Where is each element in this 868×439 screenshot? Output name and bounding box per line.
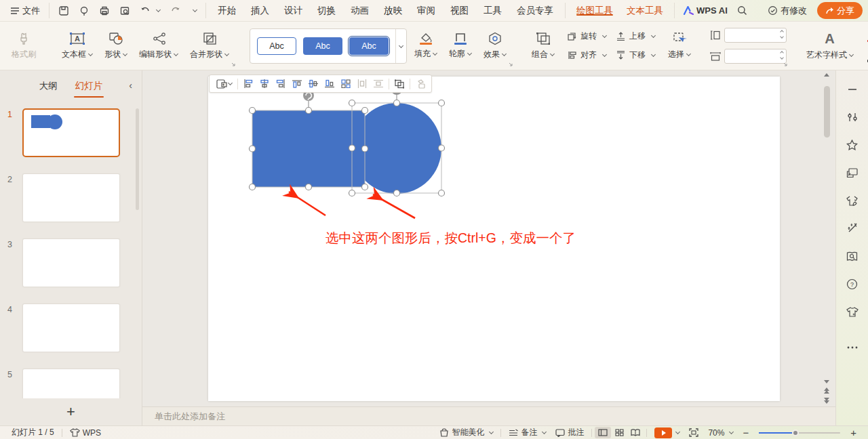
slide-3-thumb[interactable]	[22, 238, 120, 287]
smart-beautify-button[interactable]: 智能美化	[435, 427, 498, 438]
shape-style-option-3-selected[interactable]: Abc	[349, 37, 389, 55]
notes-bar[interactable]: 单击此处添加备注	[142, 406, 835, 425]
tab-text-tools[interactable]: 文本工具	[620, 5, 670, 17]
wps-skin-button[interactable]: WPS	[65, 428, 106, 438]
menu-member[interactable]: 会员专享	[509, 5, 561, 17]
align-button[interactable]: 对齐	[564, 48, 609, 62]
collapse-icon[interactable]	[846, 83, 859, 96]
normal-view-button[interactable]	[595, 427, 611, 438]
send-backward-button[interactable]: 下移	[613, 48, 658, 62]
print-preview-button[interactable]	[115, 0, 135, 22]
scroll-up-icon[interactable]	[824, 73, 829, 77]
star-icon[interactable]	[846, 138, 859, 152]
previous-slide-button[interactable]	[824, 388, 829, 394]
add-slide-button[interactable]: +	[60, 404, 82, 420]
scroll-down-icon[interactable]	[824, 380, 829, 383]
text-fill-button[interactable]: A 填充	[865, 28, 868, 44]
dialog-launcher-icon[interactable]	[509, 62, 513, 67]
wps-ai-button[interactable]: WPS AI	[679, 0, 732, 22]
slide-sorter-view-button[interactable]	[611, 427, 627, 438]
menu-design[interactable]: 设计	[277, 5, 310, 17]
zoom-slider[interactable]	[759, 432, 840, 434]
group-button[interactable]: 组合	[526, 29, 560, 63]
search-button[interactable]	[732, 0, 752, 22]
material-icon[interactable]	[846, 194, 859, 207]
text-outline-button[interactable]: A 轮廓	[865, 48, 868, 64]
scrollbar-thumb[interactable]	[824, 86, 830, 138]
zoom-out-button[interactable]: −	[738, 427, 753, 438]
menu-home[interactable]: 开始	[210, 5, 243, 17]
merge-shapes-button[interactable]: 合并形状	[184, 29, 235, 63]
smart-tools-icon[interactable]	[846, 222, 859, 235]
reading-view-button[interactable]	[627, 427, 644, 438]
slide-1-thumb[interactable]	[22, 108, 120, 157]
align-center-horizontal-button[interactable]	[256, 77, 273, 91]
tab-slides[interactable]: 幻灯片	[74, 77, 104, 95]
share-button[interactable]: 分享	[817, 2, 863, 19]
slide-4-thumb[interactable]	[22, 304, 120, 352]
notes-button[interactable]: 备注	[504, 427, 551, 438]
menu-animation[interactable]: 动画	[343, 5, 376, 17]
align-top-button[interactable]	[289, 77, 305, 91]
shapes-button[interactable]: 形状	[98, 29, 133, 63]
group-shapes-button[interactable]	[391, 77, 408, 91]
zoom-level[interactable]: 70%	[703, 428, 738, 438]
toolbar-more-button[interactable]	[186, 0, 201, 22]
shape-effects-button[interactable]: 效果	[477, 29, 512, 63]
format-shape-button[interactable]	[412, 77, 429, 91]
shape-outline-button[interactable]: 轮廓	[443, 29, 477, 63]
align-bottom-button[interactable]	[321, 77, 338, 91]
dialog-launcher-icon[interactable]	[783, 62, 788, 67]
collapse-panel-button[interactable]: ‹	[129, 80, 132, 91]
width-input[interactable]	[724, 49, 787, 64]
export-button[interactable]	[74, 0, 94, 22]
slide-5-thumb[interactable]	[22, 369, 120, 398]
format-painter-button[interactable]: 格式刷	[5, 29, 42, 63]
properties-icon[interactable]	[846, 110, 859, 124]
menu-view[interactable]: 视图	[443, 5, 476, 17]
menu-tools[interactable]: 工具	[476, 5, 509, 17]
shape-style-gallery-more-button[interactable]	[395, 29, 406, 63]
help-icon[interactable]: ?	[846, 277, 859, 291]
slide-canvas[interactable]: 选中这两个图形后，按Ctrl+G，变成一个了	[208, 77, 780, 401]
main-menu-button[interactable]: 文件	[5, 0, 45, 22]
align-left-button[interactable]	[240, 77, 256, 91]
tab-drawing-tools[interactable]: 绘图工具	[570, 5, 620, 17]
rectangle-shape[interactable]	[252, 110, 365, 187]
comments-button[interactable]: 批注	[551, 427, 589, 438]
height-spinner[interactable]	[781, 30, 783, 38]
undo-button[interactable]	[135, 0, 165, 22]
next-slide-button[interactable]	[824, 398, 829, 404]
play-icon[interactable]	[654, 427, 672, 438]
distribute-vertical-button[interactable]	[370, 77, 387, 91]
quick-layout-button[interactable]	[212, 77, 235, 91]
slide-2-thumb[interactable]	[22, 173, 120, 222]
distribute-grid-button[interactable]	[338, 77, 354, 91]
save-button[interactable]	[54, 0, 74, 22]
select-button[interactable]: 选择	[662, 29, 696, 63]
reference-icon[interactable]	[846, 249, 859, 263]
zoom-in-button[interactable]: +	[846, 427, 861, 438]
distribute-horizontal-button[interactable]	[354, 77, 370, 91]
sidebar-scrollbar[interactable]	[136, 108, 139, 210]
slideshow-button[interactable]	[650, 427, 684, 438]
edit-shape-button[interactable]: 编辑形状	[133, 29, 184, 63]
print-button[interactable]	[94, 0, 115, 22]
more-icon[interactable]	[846, 341, 859, 354]
zoom-slider-thumb[interactable]	[792, 430, 799, 436]
menu-transition[interactable]: 切换	[310, 5, 343, 17]
modified-status[interactable]: 有修改	[763, 0, 812, 22]
canvas-vertical-scrollbar[interactable]	[822, 73, 831, 404]
width-spinner[interactable]	[781, 51, 783, 59]
wordart-style-button[interactable]: A 艺术字样式	[800, 28, 859, 64]
shape-style-option-2[interactable]: Abc	[303, 37, 342, 55]
tab-outline[interactable]: 大纲	[38, 77, 59, 95]
menu-review[interactable]: 审阅	[410, 5, 443, 17]
menu-slideshow[interactable]: 放映	[376, 5, 410, 17]
skin-icon[interactable]	[846, 305, 859, 318]
menu-insert[interactable]: 插入	[243, 5, 277, 17]
animation-icon[interactable]	[846, 166, 859, 180]
bring-forward-button[interactable]: 上移	[613, 29, 658, 43]
rotate-button[interactable]: 旋转	[564, 29, 609, 43]
align-right-button[interactable]	[273, 77, 289, 91]
